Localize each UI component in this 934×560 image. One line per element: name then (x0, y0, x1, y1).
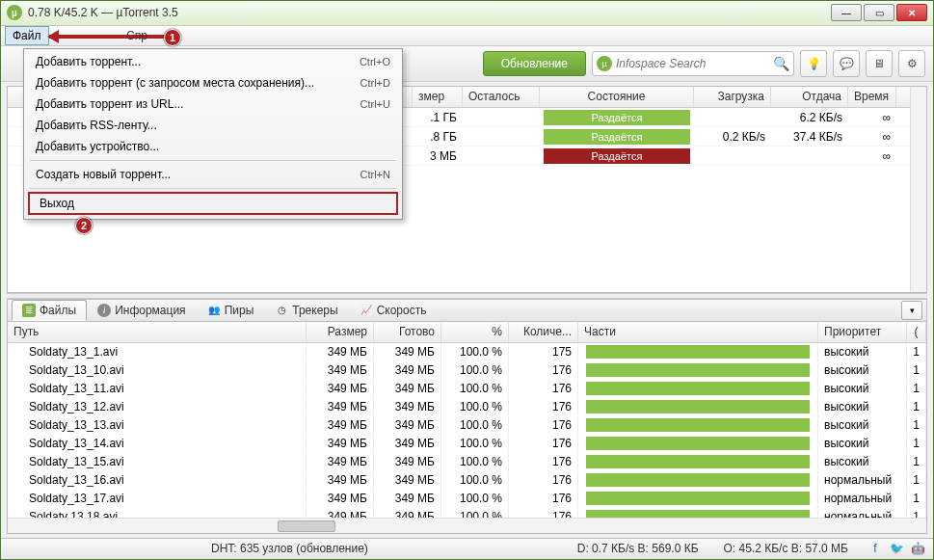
menu-item-0[interactable]: Добавить торрент...Ctrl+O (26, 51, 400, 72)
tab-speed[interactable]: 📈Скорость (349, 300, 438, 321)
settings-button[interactable]: ⚙ (898, 50, 925, 77)
file-row[interactable]: Soldaty_13_1.avi349 МБ349 МБ100.0 %175вы… (8, 343, 926, 361)
remote-button[interactable]: 🖥 (866, 50, 893, 77)
file-rows: Soldaty_13_1.avi349 МБ349 МБ100.0 %175вы… (8, 343, 926, 518)
parts-progress (586, 418, 810, 432)
parts-progress (586, 437, 810, 450)
parts-progress (586, 363, 810, 377)
twitter-icon[interactable]: 🐦 (889, 541, 904, 556)
menu-item-1[interactable]: Добавить торрент (с запросом места сохра… (26, 72, 400, 93)
hint-button[interactable]: 💡 (800, 50, 827, 77)
info-icon: i (97, 304, 111, 317)
col-status[interactable]: Состояние (540, 87, 694, 107)
fh-size[interactable]: Размер (307, 323, 374, 340)
app-icon: µ (7, 5, 22, 20)
status-bar: DHT: 635 узлов (обновление) D: 0.7 КБ/s … (1, 538, 933, 559)
parts-progress (586, 510, 810, 518)
tab-trackers[interactable]: ◷Трекеры (264, 300, 348, 321)
update-button[interactable]: Обновление (483, 51, 586, 76)
hscroll-thumb[interactable] (278, 520, 335, 532)
menu-separator (30, 188, 396, 189)
torrent-vscroll[interactable] (910, 87, 926, 292)
search-input[interactable] (616, 57, 769, 70)
parts-progress (586, 345, 810, 359)
file-row[interactable]: Soldaty 13 18.avi349 МБ349 МБ100.0 %176н… (8, 508, 926, 518)
annotation-badge-1: 1 (164, 29, 181, 46)
parts-progress (586, 473, 810, 487)
maximize-button[interactable]: ▭ (864, 4, 894, 21)
facebook-icon[interactable]: f (867, 541, 883, 556)
menu-help-partial[interactable]: Спр (126, 29, 147, 42)
status-down: D: 0.7 КБ/s B: 569.0 КБ (572, 542, 705, 555)
col-up[interactable]: Отдача (771, 87, 848, 107)
search-icon[interactable]: 🔍 (773, 56, 789, 71)
tab-peers[interactable]: 👥Пиры (197, 300, 265, 321)
fh-parts[interactable]: Части (578, 323, 818, 340)
parts-progress (586, 455, 810, 468)
col-size[interactable]: змер (413, 87, 463, 107)
annotation-arrow-1 (49, 28, 174, 43)
status-up: O: 45.2 КБ/с B: 57.0 МБ (718, 542, 854, 555)
files-header: Путь Размер Готово % Количе... Части При… (8, 322, 926, 343)
main-window: µ 0.78 K/45.2 K — µTorrent 3.5 — ▭ ✕ Фай… (0, 0, 934, 560)
fh-path[interactable]: Путь (8, 323, 307, 340)
col-time[interactable]: Время (848, 87, 896, 107)
status-dht: DHT: 635 узлов (обновление) (205, 542, 374, 555)
detail-tabs: ≣Файлы iИнформация 👥Пиры ◷Трекеры 📈Скоро… (7, 299, 927, 322)
file-row[interactable]: Soldaty_13_14.avi349 МБ349 МБ100.0 %176в… (8, 435, 926, 453)
fh-done[interactable]: Готово (374, 323, 441, 340)
fh-count[interactable]: Количе... (509, 323, 578, 340)
tabs-more[interactable]: ▾ (901, 301, 922, 320)
file-row[interactable]: Soldaty_13_10.avi349 МБ349 МБ100.0 %176в… (8, 361, 926, 380)
search-box[interactable]: µ 🔍 (592, 51, 794, 76)
tab-files[interactable]: ≣Файлы (12, 300, 87, 321)
menu-item-3[interactable]: Добавить RSS-ленту... (26, 115, 400, 136)
menu-separator (30, 160, 396, 161)
col-remaining[interactable]: Осталось (463, 87, 540, 107)
fh-last[interactable]: ( (907, 323, 926, 340)
minimize-button[interactable]: — (831, 4, 862, 21)
menu-item-2[interactable]: Добавить торрент из URL...Ctrl+U (26, 93, 400, 115)
annotation-badge-2: 2 (75, 217, 93, 234)
parts-progress (586, 382, 810, 395)
peers-icon: 👥 (207, 304, 221, 317)
file-row[interactable]: Soldaty_13_12.avi349 МБ349 МБ100.0 %176в… (8, 398, 926, 416)
menubar: Файл Спр (1, 26, 933, 46)
file-row[interactable]: Soldaty_13_11.avi349 МБ349 МБ100.0 %176в… (8, 380, 926, 398)
tab-info[interactable]: iИнформация (87, 300, 196, 321)
menu-item-4[interactable]: Добавить устройство... (26, 136, 400, 157)
files-panel: Путь Размер Готово % Количе... Части При… (7, 322, 927, 534)
close-button[interactable]: ✕ (896, 4, 927, 21)
fh-prio[interactable]: Приоритет (818, 323, 907, 340)
file-row[interactable]: Soldaty_13_17.avi349 МБ349 МБ100.0 %176н… (8, 490, 926, 508)
files-icon: ≣ (22, 304, 36, 317)
parts-progress (586, 400, 810, 413)
menu-create-torrent[interactable]: Создать новый торрент... Ctrl+N (26, 164, 400, 185)
file-row[interactable]: Soldaty_13_16.avi349 МБ349 МБ100.0 %176н… (8, 471, 926, 490)
file-row[interactable]: Soldaty_13_13.avi349 МБ349 МБ100.0 %176в… (8, 416, 926, 435)
titlebar: µ 0.78 K/45.2 K — µTorrent 3.5 — ▭ ✕ (1, 1, 933, 26)
search-provider-icon: µ (597, 56, 612, 71)
speed-icon: 📈 (360, 304, 373, 317)
android-icon[interactable]: 🤖 (910, 541, 925, 556)
trackers-icon: ◷ (275, 304, 288, 317)
window-title: 0.78 K/45.2 K — µTorrent 3.5 (28, 6, 831, 19)
files-hscroll[interactable] (8, 518, 926, 533)
file-row[interactable]: Soldaty_13_15.avi349 МБ349 МБ100.0 %176в… (8, 453, 926, 471)
menu-exit[interactable]: Выход (28, 192, 398, 215)
chat-button[interactable]: 💬 (833, 50, 860, 77)
col-down[interactable]: Загрузка (694, 87, 771, 107)
fh-pct[interactable]: % (441, 323, 509, 340)
menu-file[interactable]: Файл (5, 26, 49, 45)
file-menu-dropdown: Добавить торрент...Ctrl+OДобавить торрен… (23, 48, 403, 220)
parts-progress (586, 492, 810, 505)
